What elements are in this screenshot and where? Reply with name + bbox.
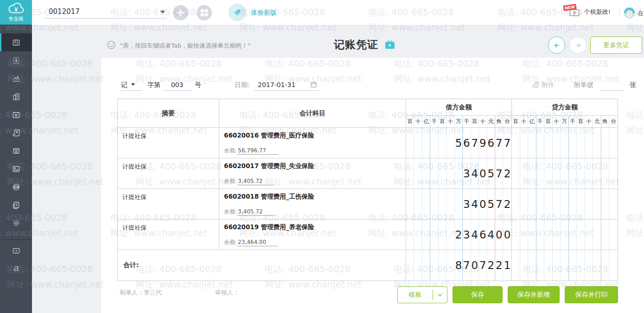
- digit-cell[interactable]: [528, 128, 536, 158]
- digit-cell[interactable]: 6: [487, 128, 495, 158]
- digit-cell[interactable]: [439, 219, 446, 250]
- digit-cell[interactable]: [536, 128, 545, 158]
- digit-cell[interactable]: [446, 189, 454, 219]
- user-avatar[interactable]: [623, 6, 636, 19]
- digit-cell[interactable]: [520, 128, 529, 158]
- digit-cell[interactable]: [536, 250, 545, 281]
- next-voucher-button[interactable]: [569, 37, 587, 54]
- digit-cell[interactable]: 3: [463, 189, 471, 219]
- debit-amount-cell[interactable]: 5679677: [406, 128, 512, 158]
- credit-amount-cell[interactable]: [512, 128, 618, 158]
- digit-cell[interactable]: [406, 250, 414, 281]
- voucher-number-input[interactable]: 003: [163, 79, 191, 91]
- digit-cell[interactable]: 4: [471, 189, 479, 219]
- digit-cell[interactable]: [406, 128, 414, 158]
- digit-cell[interactable]: [414, 158, 422, 188]
- digit-cell[interactable]: [512, 128, 520, 158]
- digit-cell[interactable]: [520, 219, 529, 250]
- digit-cell[interactable]: 7: [495, 189, 503, 219]
- digit-cell[interactable]: [561, 189, 569, 219]
- digit-cell[interactable]: 0: [479, 158, 487, 188]
- digit-cell[interactable]: [414, 189, 422, 219]
- digit-cell[interactable]: [544, 189, 553, 219]
- credit-amount-cell[interactable]: [512, 219, 618, 250]
- digit-cell[interactable]: [577, 219, 585, 250]
- digit-cell[interactable]: 7: [503, 128, 511, 158]
- digit-cell[interactable]: 5: [455, 128, 463, 158]
- digit-cell[interactable]: [439, 189, 446, 219]
- digit-cell[interactable]: [520, 189, 529, 219]
- digit-cell[interactable]: [593, 250, 601, 281]
- digit-cell[interactable]: 0: [495, 219, 503, 250]
- sidebar-item-invoice[interactable]: [0, 124, 32, 142]
- digit-cell[interactable]: [593, 158, 601, 188]
- digit-cell[interactable]: [593, 219, 601, 250]
- digit-cell[interactable]: [430, 158, 438, 188]
- digit-cell[interactable]: 2: [503, 189, 511, 219]
- previous-voucher-button[interactable]: [548, 37, 565, 54]
- digit-cell[interactable]: [528, 189, 536, 219]
- sidebar-item-checkout[interactable]: [0, 196, 32, 214]
- digit-cell[interactable]: 7: [471, 128, 479, 158]
- account-cell[interactable]: 66020016 管理费用_医疗保险余额:56,796.77: [219, 128, 406, 158]
- voucher-word-select[interactable]: 记: [119, 79, 142, 91]
- digit-cell[interactable]: 4: [471, 219, 479, 250]
- digit-cell[interactable]: [561, 128, 569, 158]
- digit-cell[interactable]: [553, 250, 561, 281]
- digit-cell[interactable]: [512, 158, 520, 188]
- chevron-down-icon[interactable]: [433, 293, 447, 297]
- sidebar-item-settings[interactable]: [0, 214, 32, 232]
- digit-cell[interactable]: [553, 219, 561, 250]
- paperclip-icon[interactable]: [531, 81, 539, 88]
- digit-cell[interactable]: [609, 158, 618, 188]
- digit-cell[interactable]: [520, 250, 529, 281]
- digit-cell[interactable]: [446, 219, 454, 250]
- digit-cell[interactable]: [414, 128, 422, 158]
- digit-cell[interactable]: [455, 158, 463, 188]
- digit-cell[interactable]: [601, 189, 610, 219]
- sidebar-item-reports[interactable]: [0, 69, 32, 88]
- digit-cell[interactable]: [544, 250, 553, 281]
- digit-cell[interactable]: [593, 189, 601, 219]
- attach-doc-count-input[interactable]: [600, 79, 625, 91]
- digit-cell[interactable]: 4: [487, 219, 495, 250]
- digit-cell[interactable]: 7: [495, 128, 503, 158]
- digit-cell[interactable]: 5: [487, 189, 495, 219]
- account-cell[interactable]: 66020018 管理费用_工伤保险余额:3,405.72: [219, 189, 406, 219]
- chevron-down-icon[interactable]: [160, 11, 165, 13]
- digit-cell[interactable]: [577, 189, 585, 219]
- debit-amount-cell[interactable]: 340572: [406, 189, 512, 219]
- summary-cell[interactable]: 计提社保: [118, 219, 219, 250]
- digit-cell[interactable]: [561, 250, 569, 281]
- digit-cell[interactable]: [577, 250, 585, 281]
- digit-cell[interactable]: 4: [471, 158, 479, 188]
- digit-cell[interactable]: [406, 189, 414, 219]
- more-vouchers-button[interactable]: 更多凭证: [590, 37, 642, 54]
- sidebar-item-cash[interactable]: [0, 51, 32, 69]
- app-logo[interactable]: 专业版: [0, 0, 32, 25]
- digit-cell[interactable]: [585, 128, 593, 158]
- digit-cell[interactable]: [544, 158, 553, 188]
- digit-cell[interactable]: [512, 189, 520, 219]
- digit-cell[interactable]: [585, 158, 593, 188]
- digit-cell[interactable]: [536, 219, 545, 250]
- save-and-print-button[interactable]: 保存并打印: [565, 286, 618, 303]
- add-button[interactable]: [173, 5, 188, 20]
- digit-cell[interactable]: [601, 128, 610, 158]
- digit-cell[interactable]: 7: [479, 250, 487, 281]
- digit-cell[interactable]: [577, 128, 585, 158]
- digit-cell[interactable]: 6: [463, 128, 471, 158]
- digit-cell[interactable]: [553, 189, 561, 219]
- digit-cell[interactable]: [414, 219, 422, 250]
- digit-cell[interactable]: [561, 219, 569, 250]
- digit-cell[interactable]: [553, 158, 561, 188]
- digit-cell[interactable]: 9: [479, 128, 487, 158]
- try-new-version-link[interactable]: 体验新版: [251, 9, 277, 17]
- digit-cell[interactable]: [609, 250, 618, 281]
- summary-cell[interactable]: 计提社保: [118, 128, 219, 158]
- apps-grid-button[interactable]: [197, 5, 212, 20]
- sidebar-item-tutorial[interactable]: [0, 242, 32, 259]
- digit-cell[interactable]: [422, 219, 430, 250]
- digit-cell[interactable]: [536, 189, 545, 219]
- digit-cell[interactable]: [585, 250, 593, 281]
